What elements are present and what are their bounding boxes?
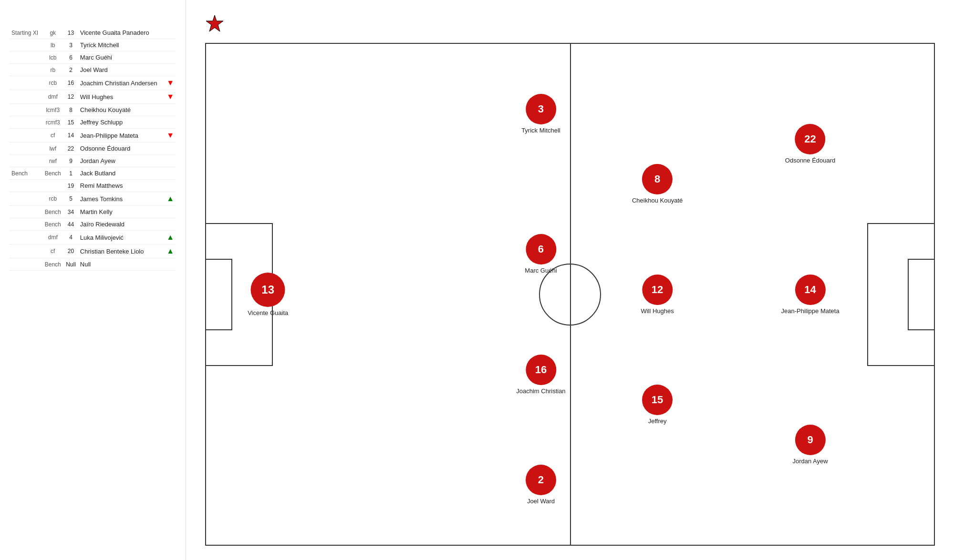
row-name: Christian Benteke Liolo [78, 244, 165, 258]
player-circle: 16 [526, 355, 556, 385]
row-number: 9 [63, 155, 78, 167]
row-name: Jeffrey Schlupp [78, 116, 165, 129]
arrow-up-icon: ▲ [166, 194, 174, 203]
row-section [10, 116, 42, 129]
player-circle: 6 [526, 234, 556, 265]
row-icon [165, 39, 176, 51]
table-row: lwf 22 Odsonne Édouard [10, 143, 176, 155]
row-section [10, 192, 42, 206]
player-name-label: Jordan Ayew [792, 458, 828, 465]
row-section [10, 206, 42, 218]
row-section [10, 64, 42, 76]
player-circle: 15 [642, 385, 673, 415]
row-icon [165, 51, 176, 64]
row-position: lcmf3 [42, 104, 63, 116]
row-section [10, 90, 42, 104]
row-name: Martin Kelly [78, 206, 165, 218]
row-icon: ▼ [165, 76, 176, 90]
row-position: rcb [42, 76, 63, 90]
row-number: 44 [63, 218, 78, 231]
row-position: cf [42, 244, 63, 258]
player-circle: 9 [795, 425, 826, 455]
table-row: Bench Bench 1 Jack Butland [10, 167, 176, 180]
row-name: Joachim Christian Andersen [78, 76, 165, 90]
right-panel: 13 Vicente Guaita 3 Tyrick Mitchell 6 Ma… [186, 0, 954, 560]
row-number: 1 [63, 167, 78, 180]
row-number: 15 [63, 116, 78, 129]
row-section [10, 129, 42, 143]
player-circle: 3 [526, 94, 556, 124]
player-name-label: Will Hughes [641, 307, 674, 315]
arrow-up-icon: ▲ [166, 247, 174, 255]
player-cf: 14 Jean-Philippe Mateta [781, 275, 840, 315]
row-name: Null [78, 258, 165, 271]
row-section [10, 39, 42, 51]
player-circle: 13 [251, 273, 285, 307]
row-icon [165, 155, 176, 167]
table-row: cf 20 Christian Benteke Liolo ▲ [10, 244, 176, 258]
row-icon [165, 104, 176, 116]
player-name-label: Marc Guéhi [525, 267, 557, 274]
player-rb: 2 Joel Ward [526, 465, 556, 505]
pitch-field: 13 Vicente Guaita 3 Tyrick Mitchell 6 Ma… [205, 43, 935, 546]
row-position: rcb [42, 192, 63, 206]
svg-marker-0 [206, 15, 223, 31]
row-icon: ▼ [165, 90, 176, 104]
table-row: dmf 4 Luka Milivojević ▲ [10, 231, 176, 244]
player-lcb: 6 Marc Guéhi [525, 234, 557, 274]
row-number: 13 [63, 27, 78, 39]
row-position: gk [42, 27, 63, 39]
player-rcb: 16 Joachim Christian [516, 355, 565, 395]
player-name-label: Cheikhou Kouyaté [632, 197, 683, 204]
row-icon [165, 167, 176, 180]
row-name: Vicente Guaita Panadero [78, 27, 165, 39]
row-name: Jaïro Riedewald [78, 218, 165, 231]
row-icon: ▲ [165, 231, 176, 244]
player-circle: 22 [795, 124, 826, 154]
player-lb: 3 Tyrick Mitchell [521, 94, 560, 134]
arrow-down-icon: ▼ [166, 79, 174, 87]
row-position: dmf [42, 90, 63, 104]
row-name: Will Hughes [78, 90, 165, 104]
row-section [10, 180, 42, 192]
table-row: dmf 12 Will Hughes ▼ [10, 90, 176, 104]
player-name-label: Jean-Philippe Mateta [781, 307, 840, 315]
row-name: Jack Butland [78, 167, 165, 180]
row-section [10, 104, 42, 116]
pitch-header [205, 14, 935, 33]
lineup-table: Starting XI gk 13 Vicente Guaita Panader… [10, 27, 176, 271]
row-section [10, 51, 42, 64]
player-rcmf3: 15 Jeffrey [642, 385, 673, 425]
table-row: Starting XI gk 13 Vicente Guaita Panader… [10, 27, 176, 39]
table-row: rcmf3 15 Jeffrey Schlupp [10, 116, 176, 129]
row-position: Bench [42, 218, 63, 231]
row-section [10, 231, 42, 244]
row-icon [165, 143, 176, 155]
row-name: Jordan Ayew [78, 155, 165, 167]
table-row: rcb 16 Joachim Christian Andersen ▼ [10, 76, 176, 90]
table-row: 19 Remi Matthews [10, 180, 176, 192]
row-name: Cheikhou Kouyaté [78, 104, 165, 116]
player-circle: 8 [642, 164, 673, 194]
row-icon: ▲ [165, 244, 176, 258]
row-icon [165, 116, 176, 129]
player-gk: 13 Vicente Guaita [248, 273, 288, 316]
player-circle: 14 [795, 275, 826, 305]
row-section [10, 155, 42, 167]
table-row: lcmf3 8 Cheikhou Kouyaté [10, 104, 176, 116]
row-number: 14 [63, 129, 78, 143]
row-name: Marc Guéhi [78, 51, 165, 64]
row-number: Null [63, 258, 78, 271]
arrow-down-icon: ▼ [166, 92, 174, 101]
row-number: 5 [63, 192, 78, 206]
row-position: rb [42, 64, 63, 76]
row-section [10, 218, 42, 231]
row-position: Bench [42, 206, 63, 218]
row-section: Starting XI [10, 27, 42, 39]
row-name: Tyrick Mitchell [78, 39, 165, 51]
player-dmf: 12 Will Hughes [641, 275, 674, 315]
player-circle: 2 [526, 465, 556, 495]
row-icon [165, 27, 176, 39]
row-number: 2 [63, 64, 78, 76]
row-number: 12 [63, 90, 78, 104]
